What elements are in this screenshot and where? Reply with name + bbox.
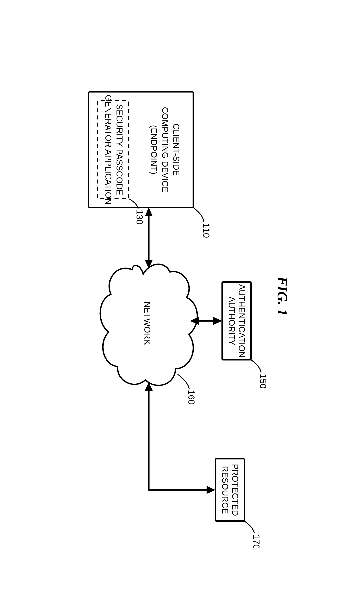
auth-ref: 150 bbox=[258, 374, 268, 389]
figure-title: FIG. 1 bbox=[275, 276, 290, 316]
svg-marker-7 bbox=[207, 486, 215, 494]
auth-line2: AUTHORITY bbox=[227, 297, 236, 345]
network-ref-leader bbox=[178, 374, 189, 389]
resource-line1: PROTECTED bbox=[230, 464, 240, 516]
resource-ref-leader bbox=[244, 521, 254, 533]
client-ref-leader bbox=[193, 207, 204, 222]
connector-network-resource bbox=[145, 382, 215, 494]
resource-line2: RESOURCE bbox=[220, 466, 230, 514]
auth-line1: AUTHENTICATION bbox=[237, 284, 246, 358]
auth-ref-leader bbox=[251, 360, 261, 373]
auth-box bbox=[222, 282, 251, 360]
auth-block: AUTHENTICATION AUTHORITY 150 bbox=[222, 282, 268, 389]
figure-1-diagram: FIG. 1 CLIENT-SIDE COMPUTING DEVICE (END… bbox=[60, 58, 304, 548]
diagram-svg: FIG. 1 CLIENT-SIDE COMPUTING DEVICE (END… bbox=[60, 58, 304, 548]
network-ref: 160 bbox=[187, 390, 196, 405]
generator-line1: SECURITY PASSCODE bbox=[115, 104, 124, 195]
generator-ref: 130 bbox=[135, 210, 144, 225]
resource-box bbox=[215, 459, 244, 521]
connector-client-network bbox=[145, 207, 153, 269]
client-line2: COMPUTING DEVICE bbox=[160, 107, 170, 192]
client-ref: 110 bbox=[201, 223, 211, 238]
generator-line2: GENERATOR APPLICATION bbox=[104, 94, 113, 204]
client-line3: (ENDPOINT) bbox=[149, 125, 158, 174]
resource-ref: 170 bbox=[251, 534, 261, 548]
resource-block: PROTECTED RESOURCE 170 bbox=[215, 459, 261, 548]
client-line1: CLIENT-SIDE bbox=[171, 123, 181, 175]
network-label: NETWORK bbox=[143, 301, 152, 345]
svg-marker-1 bbox=[145, 207, 153, 216]
svg-marker-4 bbox=[213, 317, 222, 325]
page: FIG. 1 CLIENT-SIDE COMPUTING DEVICE (END… bbox=[0, 0, 364, 606]
